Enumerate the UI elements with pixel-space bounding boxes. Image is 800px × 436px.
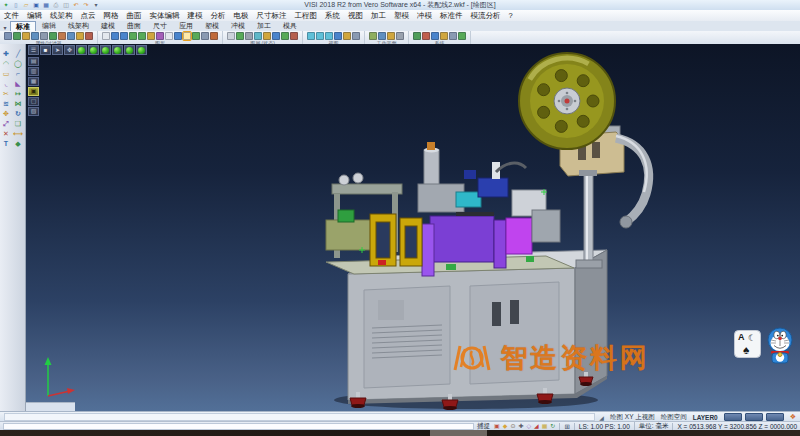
circle-tool-icon[interactable]: ◯ [13, 59, 23, 68]
layer-freeze-icon[interactable] [254, 32, 262, 40]
layer-new-icon[interactable] [281, 32, 289, 40]
layer-on-icon[interactable] [236, 32, 244, 40]
zoom-out-icon[interactable] [138, 32, 146, 40]
view-ball-front-icon[interactable] [100, 45, 111, 55]
workplane-entity-icon[interactable] [387, 32, 395, 40]
save-icon[interactable]: ▣ [32, 1, 40, 9]
display-toggle-ghost-icon[interactable]: ▢ [28, 97, 39, 106]
point-tool-icon[interactable]: ✚ [1, 49, 11, 58]
tab-曲面[interactable]: 曲面 [121, 20, 147, 31]
display-toggle-solid-icon[interactable]: ▣ [28, 87, 39, 96]
display-toggle-wire-icon[interactable]: ▤ [28, 57, 39, 66]
snap-endpoint-icon[interactable]: ▣ [494, 423, 500, 430]
attribute-edit-icon[interactable] [4, 32, 12, 40]
reset-filter-icon[interactable] [85, 32, 93, 40]
view-ball-rotate-icon[interactable] [136, 45, 147, 55]
tab-加工[interactable]: 加工 [251, 20, 277, 31]
tab-建模[interactable]: 建模 [95, 20, 121, 31]
viewport-menu-icon[interactable]: ☰ [28, 45, 39, 55]
snap-quadrant-icon[interactable]: ◇ [526, 423, 531, 430]
rotate-tool-icon[interactable]: ↻ [13, 109, 23, 118]
info-icon[interactable] [449, 32, 457, 40]
rectangle-tool-icon[interactable]: ▭ [1, 69, 11, 78]
display-toggle-shade-icon[interactable]: ▥ [28, 67, 39, 76]
snap-grid-icon[interactable]: ▦ [542, 423, 548, 430]
layer-current-icon[interactable] [263, 32, 271, 40]
view-dynamic-icon[interactable] [343, 32, 351, 40]
save-all-icon[interactable]: ▦ [42, 1, 50, 9]
options-icon[interactable] [431, 32, 439, 40]
copy-tool-icon[interactable]: ❏ [13, 119, 23, 128]
menu-item-冲模[interactable]: 冲模 [413, 10, 436, 21]
layer-off-icon[interactable] [245, 32, 253, 40]
pan-icon[interactable] [147, 32, 155, 40]
help-icon[interactable] [458, 32, 466, 40]
delete-tool-icon[interactable]: ✕ [1, 129, 11, 138]
trim-tool-icon[interactable]: ✂ [1, 89, 11, 98]
perspective-icon[interactable] [201, 32, 209, 40]
view-front-icon[interactable] [316, 32, 324, 40]
line-tool-icon[interactable]: ╱ [13, 49, 23, 58]
polyline-tool-icon[interactable]: ⌐ [13, 69, 23, 78]
layer-delete-icon[interactable] [290, 32, 298, 40]
entity-filter-icon[interactable] [49, 32, 57, 40]
fillet-tool-icon[interactable]: ◟ [1, 79, 11, 88]
snap-intersection-icon[interactable]: ✚ [518, 423, 523, 430]
view-iso-icon[interactable] [334, 32, 342, 40]
snap-center-icon[interactable]: ⊙ [510, 423, 515, 430]
line-type-icon[interactable] [31, 32, 39, 40]
tab-线架构[interactable]: 线架构 [62, 20, 95, 31]
menu-item-文件[interactable]: 文件 [0, 10, 23, 21]
offset-tool-icon[interactable]: ≋ [1, 99, 11, 108]
dynamic-rotate-icon[interactable]: ✥ [64, 45, 75, 55]
menu-item-系统[interactable]: 系统 [321, 10, 344, 21]
customize-dropdown-icon[interactable]: ▾ [92, 1, 100, 9]
menu-item-加工[interactable]: 加工 [367, 10, 390, 21]
snap-auto-icon[interactable]: ↻ [550, 423, 555, 430]
layer-view-button-2[interactable] [745, 413, 763, 421]
workplane-reset-icon[interactable] [396, 32, 404, 40]
rotate-view-icon[interactable] [156, 32, 164, 40]
redraw-icon[interactable] [102, 32, 110, 40]
settings-icon[interactable] [413, 32, 421, 40]
menu-item-视图[interactable]: 视图 [344, 10, 367, 21]
print-icon[interactable]: ⎙ [52, 1, 60, 9]
view-ball-iso-icon[interactable] [76, 45, 87, 55]
tab-标准[interactable]: 标准 [10, 21, 36, 31]
layer-isolate-icon[interactable] [272, 32, 280, 40]
prompt-area[interactable] [4, 413, 595, 421]
app-logo-icon[interactable]: ✦ [2, 1, 10, 9]
mask-icon[interactable] [76, 32, 84, 40]
graphics-viewport[interactable]: ☰■➤✥ ▤▥▦▣▢▧ [26, 44, 800, 411]
zoom-in-icon[interactable] [129, 32, 137, 40]
tab-模具[interactable]: 模具 [277, 20, 303, 31]
view-ball-right-icon[interactable] [112, 45, 123, 55]
tab-塑模[interactable]: 塑模 [199, 20, 225, 31]
quick-filter-icon[interactable] [58, 32, 66, 40]
measure-tool-icon[interactable]: ⟷ [13, 129, 23, 138]
menu-item-模流分析[interactable]: 模流分析 [467, 10, 505, 21]
tab-尺寸[interactable]: 尺寸 [147, 20, 173, 31]
tab-编辑[interactable]: 编辑 [36, 20, 62, 31]
command-input[interactable] [3, 423, 474, 430]
arc-tool-icon[interactable]: ◠ [1, 59, 11, 68]
workplane-xy-icon[interactable] [369, 32, 377, 40]
display-toggle-mixed-icon[interactable]: ▦ [28, 77, 39, 86]
layer-filter-icon[interactable] [22, 32, 30, 40]
zoom-all-icon[interactable] [111, 32, 119, 40]
view-top-icon[interactable] [307, 32, 315, 40]
move-tool-icon[interactable]: ✥ [1, 109, 11, 118]
database-icon[interactable] [422, 32, 430, 40]
workplane-view-icon[interactable] [378, 32, 386, 40]
display-toggle-section-icon[interactable]: ▧ [28, 107, 39, 116]
open-file-icon[interactable]: ▱ [22, 1, 30, 9]
layer-view-button-1[interactable] [724, 413, 742, 421]
plot-preview-icon[interactable]: ◫ [62, 1, 70, 9]
text-tool-icon[interactable]: T [1, 139, 11, 148]
tab-overflow-icon[interactable]: ▾ [0, 24, 10, 31]
zoom-window-icon[interactable] [120, 32, 128, 40]
view-ball-back-icon[interactable] [124, 45, 135, 55]
hidden-line-icon[interactable] [192, 32, 200, 40]
undo-icon[interactable]: ↶ [72, 1, 80, 9]
calculator-icon[interactable] [440, 32, 448, 40]
